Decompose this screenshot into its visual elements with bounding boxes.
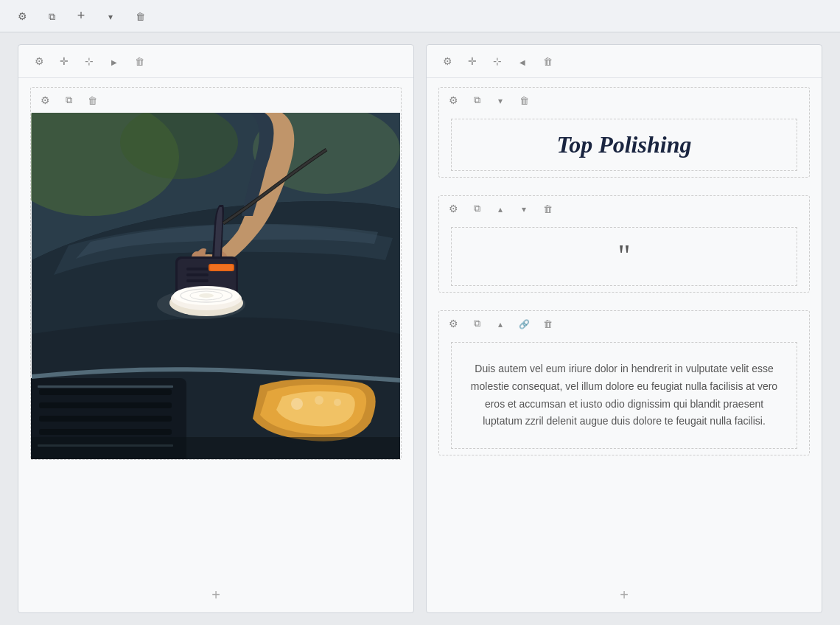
left-col-trash-button[interactable] xyxy=(130,52,148,70)
svg-rect-8 xyxy=(39,429,172,435)
car-image xyxy=(31,113,401,459)
quote-block-toolbar xyxy=(439,196,809,221)
chevron-down-icon xyxy=(498,95,503,106)
expand-icon xyxy=(85,55,94,67)
chevron-up-icon xyxy=(498,318,503,329)
svg-rect-9 xyxy=(38,385,173,388)
image-copy-button[interactable] xyxy=(60,92,77,108)
trash-icon xyxy=(135,55,144,67)
title-gear-button[interactable] xyxy=(445,92,461,108)
text-content: Duis autem vel eum iriure dolor in hendr… xyxy=(451,342,797,449)
image-block-container xyxy=(30,87,402,460)
left-col-chevron-right-button[interactable] xyxy=(105,52,123,70)
image-block-toolbar xyxy=(31,88,401,113)
title-copy-button[interactable] xyxy=(469,92,485,108)
trash-icon xyxy=(88,95,97,106)
left-col-expand-button[interactable] xyxy=(80,52,98,70)
title-chevron-down-button[interactable] xyxy=(492,92,508,108)
copy-icon xyxy=(474,203,480,214)
title-content: Top Polishing xyxy=(451,119,797,171)
trash-icon xyxy=(543,203,553,214)
gear-icon xyxy=(449,318,458,329)
right-col-toolbar xyxy=(427,45,822,78)
left-col-move-button[interactable] xyxy=(55,52,73,70)
top-chevron-down-button[interactable] xyxy=(100,6,121,27)
gear-icon xyxy=(443,55,452,67)
text-trash-button[interactable] xyxy=(539,315,556,332)
chevron-left-icon xyxy=(519,55,525,67)
move-icon xyxy=(60,55,69,67)
quote-block: " xyxy=(438,195,810,293)
title-block-toolbar xyxy=(439,88,809,113)
quote-gear-button[interactable] xyxy=(445,200,461,217)
quote-mark: " xyxy=(617,244,630,269)
svg-rect-7 xyxy=(39,416,172,422)
text-link-button[interactable] xyxy=(516,315,532,332)
chevron-right-icon xyxy=(111,55,117,67)
right-col-move-button[interactable] xyxy=(463,52,481,70)
gear-icon xyxy=(18,10,27,23)
title-block: Top Polishing xyxy=(438,87,810,178)
quote-chevron-down-button[interactable] xyxy=(516,200,532,217)
copy-icon xyxy=(474,318,480,329)
plus-icon: + xyxy=(620,587,629,604)
right-col-chevron-left-button[interactable] xyxy=(514,52,531,70)
top-trash-button[interactable] xyxy=(130,6,150,27)
svg-point-13 xyxy=(315,396,323,405)
title-trash-button[interactable] xyxy=(516,92,532,108)
gear-icon xyxy=(41,94,50,106)
main-area: + xyxy=(0,32,840,625)
image-trash-button[interactable] xyxy=(84,92,100,108)
svg-point-12 xyxy=(291,398,303,410)
plus-icon: + xyxy=(77,8,85,24)
text-block-toolbar xyxy=(439,311,809,336)
text-copy-button[interactable] xyxy=(469,315,485,332)
quote-content: " xyxy=(451,227,797,286)
gear-icon xyxy=(449,203,458,214)
right-col-expand-button[interactable] xyxy=(489,52,506,70)
page-title: Top Polishing xyxy=(463,131,785,158)
quote-copy-button[interactable] xyxy=(469,200,485,217)
svg-rect-20 xyxy=(186,279,209,282)
chevron-up-icon xyxy=(498,203,503,214)
copy-icon xyxy=(474,94,480,106)
copy-icon xyxy=(49,10,55,23)
right-col-trash-button[interactable] xyxy=(539,52,556,70)
top-copy-button[interactable] xyxy=(41,6,62,27)
left-add-button[interactable]: + xyxy=(18,578,413,612)
right-add-button[interactable]: + xyxy=(427,578,822,612)
left-col-toolbar xyxy=(18,45,413,78)
quote-chevron-up-button[interactable] xyxy=(492,200,508,217)
svg-rect-5 xyxy=(39,389,172,395)
top-add-button[interactable]: + xyxy=(71,6,91,27)
text-chevron-up-button[interactable] xyxy=(492,315,508,332)
svg-point-14 xyxy=(334,399,341,406)
left-column: + xyxy=(18,44,414,613)
text-block: Duis autem vel eum iriure dolor in hendr… xyxy=(438,310,810,455)
gear-icon xyxy=(449,94,458,106)
quote-trash-button[interactable] xyxy=(539,200,556,217)
link-icon xyxy=(519,318,530,329)
right-col-gear-button[interactable] xyxy=(438,52,456,70)
expand-icon xyxy=(493,55,502,67)
plus-icon: + xyxy=(211,587,220,604)
svg-rect-19 xyxy=(186,273,209,276)
top-toolbar: + xyxy=(0,0,840,32)
svg-rect-22 xyxy=(210,265,233,270)
text-gear-button[interactable] xyxy=(445,315,461,332)
right-column: Top Polishing xyxy=(426,44,822,613)
gear-icon xyxy=(35,55,44,67)
trash-icon xyxy=(519,95,529,106)
top-gear-button[interactable] xyxy=(12,6,32,27)
chevron-down-icon xyxy=(522,203,526,214)
svg-point-29 xyxy=(157,290,245,319)
svg-rect-30 xyxy=(32,437,400,459)
car-image-svg xyxy=(31,113,401,459)
move-icon xyxy=(468,55,477,67)
image-gear-button[interactable] xyxy=(37,92,53,108)
copy-icon xyxy=(66,94,72,106)
svg-rect-6 xyxy=(39,402,172,408)
chevron-down-icon xyxy=(108,10,113,23)
trash-icon xyxy=(543,318,553,329)
left-col-gear-button[interactable] xyxy=(30,52,48,70)
